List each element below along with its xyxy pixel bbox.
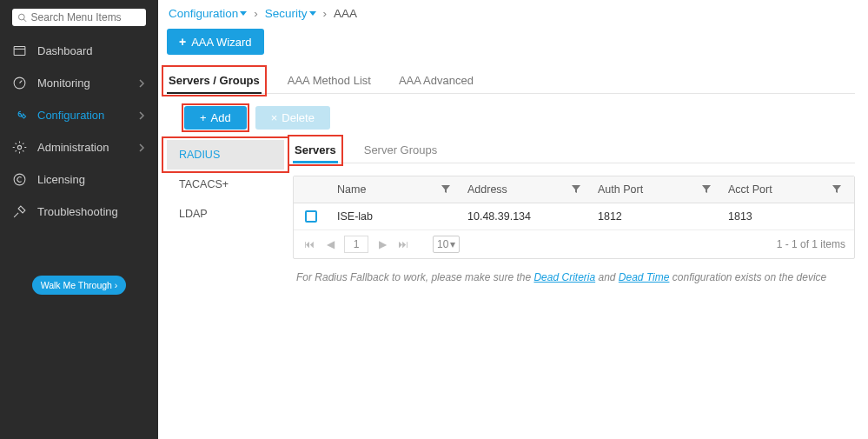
caret-down-icon: ▾ [450, 238, 455, 250]
th-label: Address [467, 183, 507, 196]
footnote-text: configuration exists on the device [669, 271, 826, 283]
subtab-servers[interactable]: Servers [293, 138, 338, 163]
pager-next[interactable]: ▶ [375, 238, 389, 250]
add-highlight: + Add [184, 106, 247, 130]
content-body: + Add × Delete RADIUS TACACS+ LDAP [167, 94, 855, 283]
svg-point-7 [14, 174, 25, 185]
sidebar-item-dashboard[interactable]: Dashboard [0, 35, 158, 67]
chevron-right-icon [137, 79, 146, 88]
aaa-wizard-button[interactable]: + AAA Wizard [167, 29, 264, 55]
sidebar-item-monitoring[interactable]: Monitoring [0, 67, 158, 99]
th-checkbox [294, 176, 328, 203]
sidebar-item-label: Administration [37, 141, 137, 154]
sidebar: Dashboard Monitoring Configuration Admin… [0, 0, 158, 439]
delete-label: Delete [282, 111, 315, 124]
cell-address: 10.48.39.134 [459, 203, 589, 229]
main-content: Configuration › Security › AAA + AAA Wiz… [158, 0, 868, 439]
th-label: Acct Port [728, 183, 772, 196]
th-label: Name [337, 183, 366, 196]
th-name[interactable]: Name [328, 176, 459, 203]
footnote-text: and [595, 271, 619, 283]
wizard-label: AAA Wizard [191, 36, 251, 49]
delete-button[interactable]: × Delete [255, 106, 330, 130]
sidebar-item-configuration[interactable]: Configuration [0, 99, 158, 131]
th-auth-port[interactable]: Auth Port [589, 176, 719, 203]
pager-prev[interactable]: ◀ [323, 238, 337, 250]
chevron-right-icon [137, 143, 146, 152]
search-field[interactable] [31, 11, 141, 23]
breadcrumb-label: Configuration [169, 7, 238, 20]
pager: ⏮ ◀ 1 ▶ ⏭ 10 ▾ 1 - 1 of 1 items [294, 230, 854, 258]
server-type-radius[interactable]: RADIUS [167, 140, 284, 170]
gear-icon [12, 140, 27, 155]
toolbar: + Add × Delete [184, 106, 855, 130]
th-address[interactable]: Address [459, 176, 589, 203]
breadcrumb-separator: › [323, 7, 328, 20]
table-row[interactable]: ISE-lab 10.48.39.134 1812 1813 [294, 203, 854, 230]
sidebar-item-label: Dashboard [37, 44, 146, 57]
filter-icon[interactable] [702, 185, 711, 194]
copyright-icon [12, 172, 27, 187]
filter-icon[interactable] [572, 185, 580, 194]
caret-down-icon [240, 11, 247, 16]
sidebar-item-administration[interactable]: Administration [0, 131, 158, 163]
lower-panel: RADIUS TACACS+ LDAP Servers Server Group… [167, 138, 855, 283]
server-type-ldap[interactable]: LDAP [167, 199, 284, 229]
breadcrumb-label: Security [265, 7, 308, 20]
table-header: Name Address Auth Port Acct Port [294, 176, 854, 203]
dead-criteria-link[interactable]: Dead Criteria [533, 271, 595, 283]
walk-me-through-button[interactable]: Walk Me Through › [32, 276, 127, 295]
search-input[interactable] [12, 9, 146, 26]
server-type-tacacs[interactable]: TACACS+ [167, 170, 284, 199]
add-button[interactable]: + Add [184, 106, 247, 130]
pager-first[interactable]: ⏮ [302, 238, 316, 250]
page-size-value: 10 [437, 238, 448, 250]
tab-aaa-method-list[interactable]: AAA Method List [286, 69, 373, 93]
pager-last[interactable]: ⏭ [396, 238, 410, 250]
cell-name: ISE-lab [328, 203, 459, 229]
dashboard-icon [12, 43, 27, 58]
caret-down-icon [309, 11, 316, 16]
sidebar-item-label: Configuration [37, 109, 137, 122]
server-table-panel: Name Address Auth Port Acct Port ISE-lab… [293, 176, 855, 259]
filter-icon[interactable] [832, 185, 841, 194]
right-pane: Servers Server Groups Name Address Auth … [284, 138, 855, 283]
tools-icon [12, 204, 27, 219]
sidebar-item-label: Troubleshooting [37, 205, 146, 218]
footnote-text: For Radius Fallback to work, please make… [296, 271, 533, 283]
primary-tabs: Servers / Groups AAA Method List AAA Adv… [167, 69, 855, 94]
svg-point-0 [18, 14, 24, 20]
sidebar-item-troubleshooting[interactable]: Troubleshooting [0, 196, 158, 228]
footnote: For Radius Fallback to work, please make… [296, 271, 851, 283]
sidebar-item-licensing[interactable]: Licensing [0, 163, 158, 196]
sidebar-item-label: Licensing [37, 173, 146, 186]
cell-auth-port: 1812 [589, 203, 719, 229]
breadcrumb-separator: › [254, 7, 258, 20]
subtab-server-groups[interactable]: Server Groups [362, 138, 440, 163]
breadcrumb: Configuration › Security › AAA [167, 3, 855, 29]
search-icon [17, 12, 28, 23]
tab-servers-groups[interactable]: Servers / Groups [167, 69, 262, 93]
pager-current[interactable]: 1 [344, 236, 368, 253]
svg-line-1 [23, 18, 26, 21]
server-type-nav: RADIUS TACACS+ LDAP [167, 138, 284, 283]
chevron-right-icon [137, 111, 146, 120]
svg-point-6 [17, 145, 21, 149]
tab-aaa-advanced[interactable]: AAA Advanced [397, 69, 475, 93]
page-size-select[interactable]: 10 ▾ [433, 236, 460, 253]
svg-rect-2 [14, 47, 25, 56]
filter-icon[interactable] [441, 185, 450, 194]
svg-line-5 [20, 81, 23, 83]
add-label: Add [211, 111, 231, 124]
breadcrumb-configuration[interactable]: Configuration [169, 7, 247, 20]
breadcrumb-security[interactable]: Security [265, 7, 316, 20]
row-checkbox[interactable] [305, 210, 317, 223]
plus-icon: + [200, 111, 207, 124]
cell-acct-port: 1813 [719, 203, 850, 229]
dead-time-link[interactable]: Dead Time [619, 271, 670, 283]
wrench-icon [12, 108, 27, 123]
x-icon: × [271, 111, 278, 124]
th-acct-port[interactable]: Acct Port [719, 176, 850, 203]
plus-icon: + [179, 35, 186, 49]
th-label: Auth Port [598, 183, 643, 196]
